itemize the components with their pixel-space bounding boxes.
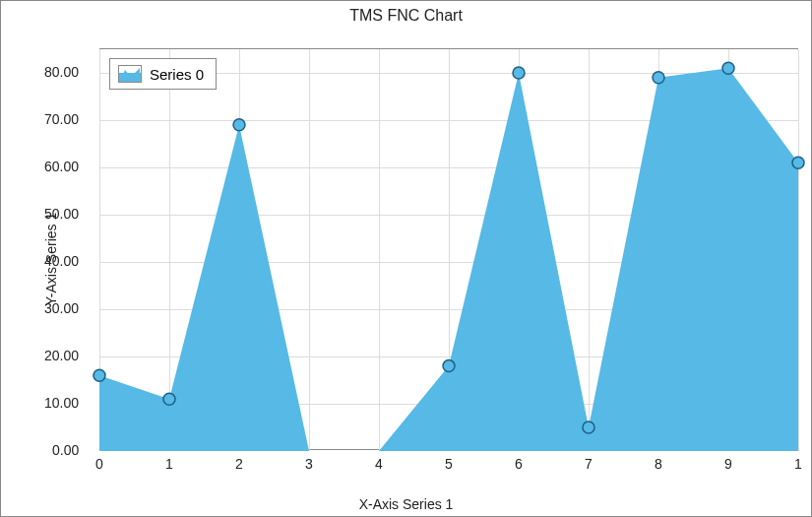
x-tick-6: 6: [515, 456, 523, 472]
chart-svg: [99, 49, 798, 451]
x-tick-7: 7: [585, 456, 593, 472]
y-tick-70: 70.00: [44, 111, 79, 127]
data-point: [233, 119, 245, 131]
data-point: [583, 421, 594, 433]
x-tick-9: 9: [724, 456, 732, 472]
legend-label-series-0: Series 0: [150, 66, 204, 83]
y-tick-30: 30.00: [44, 300, 79, 316]
y-tick-40: 40.00: [44, 253, 79, 269]
x-tick-10: 1: [794, 456, 802, 472]
x-tick-5: 5: [445, 456, 453, 472]
legend: Series 0: [109, 58, 217, 90]
x-tick-3: 3: [305, 456, 313, 472]
data-point: [443, 360, 455, 372]
x-tick-8: 8: [655, 456, 662, 472]
x-axis-label: X-Axis Series 1: [1, 496, 811, 512]
data-point: [792, 157, 804, 168]
y-tick-20: 20.00: [44, 348, 79, 363]
y-tick-60: 60.00: [44, 159, 79, 174]
chart-frame: TMS FNC Chart Y-Axis Series 1 X-Axis Ser…: [0, 0, 812, 517]
x-tick-2: 2: [235, 456, 243, 472]
data-point: [163, 393, 175, 405]
data-point: [653, 72, 664, 84]
data-point: [722, 62, 734, 74]
y-tick-50: 50.00: [44, 206, 79, 222]
plot-area: [99, 48, 798, 450]
chart-title: TMS FNC Chart: [1, 7, 811, 25]
data-point: [94, 369, 105, 381]
legend-swatch-area-icon: [118, 65, 142, 83]
svg-marker-19: [120, 68, 140, 81]
x-tick-4: 4: [375, 456, 383, 472]
y-tick-0: 0.00: [52, 442, 79, 458]
y-tick-80: 80.00: [44, 64, 79, 80]
x-tick-0: 0: [95, 456, 103, 472]
x-tick-1: 1: [165, 456, 173, 472]
data-point: [513, 67, 525, 79]
y-tick-10: 10.00: [44, 395, 79, 411]
